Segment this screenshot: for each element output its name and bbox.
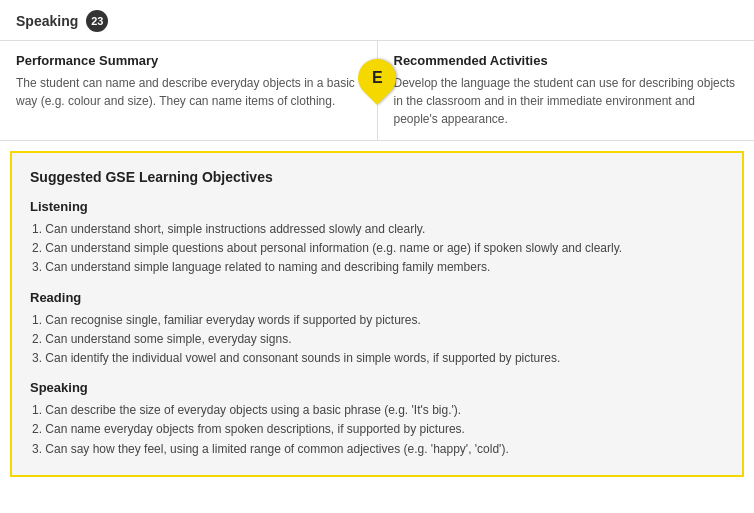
section-2-item-0: 1. Can describe the size of everyday obj… — [32, 401, 724, 420]
section-0-item-2: 3. Can understand simple language relate… — [32, 258, 724, 277]
section-1-item-0: 1. Can recognise single, familiar everyd… — [32, 311, 724, 330]
badge-count: 23 — [86, 10, 108, 32]
section-1-item-2: 3. Can identify the individual vowel and… — [32, 349, 724, 368]
section-heading-0: Listening — [30, 199, 724, 214]
tab-header: Speaking 23 — [0, 0, 754, 41]
section-heading-2: Speaking — [30, 380, 724, 395]
pin-body: E — [350, 51, 404, 105]
section-0-item-1: 2. Can understand simple questions about… — [32, 239, 724, 258]
recommended-activities-section: Recommended Activities Develop the langu… — [378, 41, 755, 140]
performance-summary-text: The student can name and describe everyd… — [16, 74, 361, 110]
recommended-activities-title: Recommended Activities — [394, 53, 739, 68]
learning-objectives-title: Suggested GSE Learning Objectives — [30, 169, 724, 185]
section-heading-1: Reading — [30, 290, 724, 305]
main-container: Speaking 23 Performance Summary The stud… — [0, 0, 754, 513]
section-0-item-0: 1. Can understand short, simple instruct… — [32, 220, 724, 239]
sections-container: Listening1. Can understand short, simple… — [30, 199, 724, 459]
summary-row: Performance Summary The student can name… — [0, 41, 754, 141]
section-2-item-2: 3. Can say how they feel, using a limite… — [32, 440, 724, 459]
pin-marker: E — [358, 59, 396, 97]
performance-summary-title: Performance Summary — [16, 53, 361, 68]
tab-label: Speaking — [16, 13, 78, 29]
pin-letter: E — [372, 69, 383, 87]
performance-summary-section: Performance Summary The student can name… — [0, 41, 378, 140]
section-1-item-1: 2. Can understand some simple, everyday … — [32, 330, 724, 349]
learning-objectives-box: Suggested GSE Learning Objectives Listen… — [10, 151, 744, 477]
section-2-item-1: 2. Can name everyday objects from spoken… — [32, 420, 724, 439]
recommended-activities-text: Develop the language the student can use… — [394, 74, 739, 128]
